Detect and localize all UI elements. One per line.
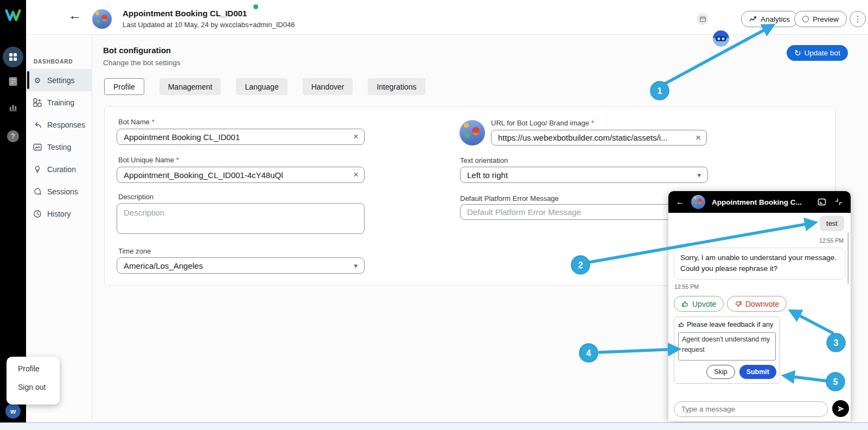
sidebar-item-curation[interactable]: Curation <box>26 158 92 180</box>
analytics-button[interactable]: Analytics <box>741 11 798 27</box>
avatar-initial: w <box>10 407 16 415</box>
chat-scrollbar-thumb[interactable] <box>847 232 849 284</box>
minimize-icon[interactable] <box>834 198 843 206</box>
sidebar-item-responses[interactable]: Responses <box>26 113 92 136</box>
user-avatar-button[interactable]: w <box>5 403 21 419</box>
time-zone-select[interactable]: America/Los_Angeles ▾ <box>117 257 365 274</box>
logo-url-label: URL for Bot Logo/ Brand image* <box>491 119 594 127</box>
assistant-avatar[interactable] <box>713 30 729 47</box>
app-window: ← Appointment Booking CL_ID001 Last Upda… <box>0 0 868 430</box>
chat-header: ← Appointment Booking C... <box>668 191 851 213</box>
bot-name-label: Bot Name* <box>118 118 155 126</box>
bot-unique-name-field-wrap: × <box>117 167 365 183</box>
menu-item-sign-out[interactable]: Sign out <box>18 383 46 391</box>
bot-name-input[interactable] <box>117 129 348 144</box>
bot-avatar <box>92 9 112 29</box>
upvote-button[interactable]: Upvote <box>674 296 724 312</box>
bot-message-bubble: Sorry, I am unable to understand your me… <box>674 248 845 280</box>
menu-item-profile[interactable]: Profile <box>18 364 40 373</box>
back-arrow-icon[interactable]: ← <box>68 9 81 22</box>
sidebar-item-training[interactable]: Training <box>26 91 92 113</box>
submit-button[interactable]: Submit <box>739 365 776 379</box>
thumb-up-icon <box>678 321 685 328</box>
reply-icon <box>33 121 42 129</box>
sidebar-item-label: History <box>47 210 71 218</box>
feedback-card: Please leave feedback if any Agent doesn… <box>674 317 780 384</box>
last-updated-text: Last Updated at 10 May, 24 by wxcclabs+a… <box>123 21 295 29</box>
step-4-badge: 4 <box>586 349 591 358</box>
document-icon <box>8 76 18 87</box>
sidebar-item-label: Curation <box>47 165 76 174</box>
skip-button[interactable]: Skip <box>706 365 735 379</box>
sidebar-scrollbar-thumb[interactable] <box>27 71 29 89</box>
bot-logo-preview <box>459 120 485 146</box>
sidebar-item-label: Sessions <box>47 187 78 196</box>
send-button[interactable] <box>832 400 849 417</box>
page-title: Appointment Booking CL_ID001 <box>123 9 247 18</box>
chevron-down-icon: ▾ <box>354 262 358 270</box>
required-asterisk: * <box>591 119 594 127</box>
top-header: ← Appointment Booking CL_ID001 Last Upda… <box>26 0 868 35</box>
testing-icon <box>33 143 42 151</box>
sidebar-item-label: Settings <box>47 76 75 85</box>
rail-dashboard-button[interactable] <box>3 47 23 67</box>
expand-icon[interactable] <box>817 197 827 207</box>
clear-icon[interactable]: × <box>348 169 364 180</box>
chevron-down-icon: ▾ <box>697 171 701 179</box>
downvote-label: Downvote <box>745 300 779 308</box>
bot-name-field-wrap: × <box>117 129 365 145</box>
rail-docs-button[interactable] <box>8 76 18 87</box>
sidebar-item-label: Testing <box>47 143 71 151</box>
more-options-button[interactable]: ⋮ <box>850 11 866 27</box>
tab-management[interactable]: Management <box>159 78 221 95</box>
step-1-badge: 1 <box>658 86 662 96</box>
clear-icon[interactable]: × <box>348 131 364 142</box>
sidebar-item-settings[interactable]: ⚙ Settings <box>26 69 92 91</box>
required-asterisk: * <box>152 118 155 126</box>
preview-icon <box>802 16 809 22</box>
update-bot-button[interactable]: ↻ Update bot <box>787 45 848 61</box>
text-orientation-value: Left to right <box>467 170 508 180</box>
downvote-button[interactable]: Downvote <box>727 296 787 312</box>
description-label: Description <box>118 193 154 201</box>
sidebar-item-sessions[interactable]: Sessions <box>26 180 92 203</box>
bot-unique-name-input[interactable] <box>117 167 348 182</box>
feedback-textarea[interactable]: Agent doesn't understand my request <box>678 332 776 361</box>
window-bottom-edge <box>0 422 868 430</box>
text-orientation-select[interactable]: Left to right ▾ <box>460 167 708 183</box>
thumb-down-icon <box>735 300 742 308</box>
sidebar-item-label: Responses <box>47 121 85 129</box>
feedback-header: Please leave feedback if any <box>678 321 773 328</box>
window-icon[interactable] <box>697 13 709 25</box>
tab-handover[interactable]: Handover <box>303 78 353 95</box>
online-status-dot <box>253 4 258 9</box>
description-textarea[interactable] <box>117 203 365 234</box>
sidebar-item-history[interactable]: History <box>26 203 92 225</box>
time-zone-label: Time zone <box>118 247 151 255</box>
sidebar-item-testing[interactable]: Testing <box>26 136 92 158</box>
chat-message-input[interactable] <box>674 405 827 413</box>
preview-button[interactable]: Preview <box>794 11 847 27</box>
tab-profile[interactable]: Profile <box>104 78 144 95</box>
chat-input-wrap <box>674 401 828 417</box>
section-subheading: Change the bot settings <box>103 59 181 67</box>
chat-bot-avatar <box>691 195 705 209</box>
chat-preview-widget: ← Appointment Booking C... test 12:55 PM… <box>668 191 851 421</box>
chat-back-icon[interactable]: ← <box>676 197 685 207</box>
message-timestamp: 12:55 PM <box>819 237 844 244</box>
gear-icon: ⚙ <box>33 76 42 85</box>
logo-url-input[interactable] <box>492 130 690 145</box>
rail-help-button[interactable]: ? <box>7 130 19 142</box>
time-zone-value: America/Los_Angeles <box>124 261 203 270</box>
upvote-label: Upvote <box>692 300 716 308</box>
tab-language[interactable]: Language <box>236 78 287 95</box>
dashboard-grid-icon <box>9 53 17 61</box>
tab-integrations[interactable]: Integrations <box>368 78 425 95</box>
rail-analytics-button[interactable] <box>8 102 18 112</box>
send-icon <box>837 404 845 413</box>
text-orientation-label: Text orientation <box>460 156 508 165</box>
clear-icon[interactable]: × <box>690 132 706 143</box>
webex-logo[interactable] <box>4 6 22 24</box>
settings-tabs: Profile Management Language Handover Int… <box>104 78 425 95</box>
thumb-up-icon <box>681 300 689 308</box>
